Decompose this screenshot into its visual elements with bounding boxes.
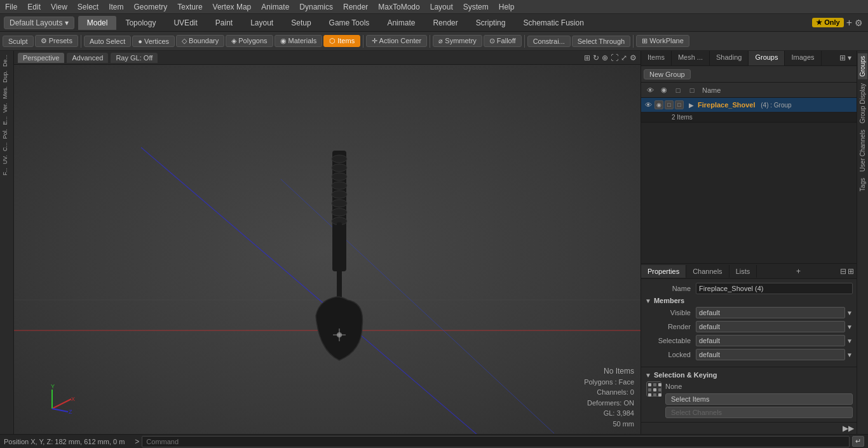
select-channels-button[interactable]: Select Channels (665, 407, 853, 418)
menu-file[interactable]: File (0, 1, 22, 13)
props-expand-icon[interactable]: ⊞ (848, 267, 854, 276)
items-tab-images[interactable]: Images (785, 51, 821, 65)
members-section[interactable]: ▼ Members (645, 297, 853, 304)
props-tab-properties[interactable]: Properties (641, 265, 686, 278)
tab-animate[interactable]: Animate (378, 16, 424, 30)
tab-uvedit[interactable]: UVEdit (165, 16, 206, 30)
render-select[interactable]: default (696, 321, 845, 332)
command-submit-button[interactable]: ↵ (852, 436, 864, 447)
sidebar-item-mes[interactable]: Mes. (1, 85, 13, 100)
new-group-button[interactable]: New Group (644, 69, 691, 79)
props-tab-add[interactable]: + (791, 264, 806, 278)
sidebar-item-c[interactable]: C... (1, 141, 13, 153)
workplane-button[interactable]: ⊞ WorkPlane (636, 35, 689, 47)
sidebar-item-de[interactable]: De... (1, 53, 13, 68)
vp-tab-advanced[interactable]: Advanced (67, 53, 108, 63)
menu-help[interactable]: Help (494, 1, 520, 13)
constraints-button[interactable]: Constrai... (527, 36, 571, 47)
vp-icon-more[interactable]: ⚙ (630, 53, 637, 62)
vp-icon-rotate[interactable]: ↻ (593, 53, 599, 62)
vp-icon-expand[interactable]: ⤢ (621, 53, 627, 62)
tab-setup[interactable]: Setup (282, 16, 320, 30)
menu-render[interactable]: Render (338, 1, 373, 13)
props-tab-channels[interactable]: Channels (686, 265, 729, 278)
panel-collapse-btn[interactable]: ▶▶ (843, 424, 854, 433)
vp-icon-zoom[interactable]: ⊕ (602, 53, 608, 62)
rs-tab-groupdisplay[interactable]: Group Display (858, 81, 867, 126)
items-button[interactable]: ⬡ Items (323, 35, 360, 47)
auto-select-button[interactable]: Auto Select (84, 36, 131, 47)
materials-button[interactable]: ◉ Materials (275, 35, 323, 47)
select-items-button[interactable]: Select Items (665, 393, 853, 405)
select-through-button[interactable]: Select Through (572, 36, 630, 47)
menu-vertexmap[interactable]: Vertex Map (208, 1, 257, 13)
menu-layout[interactable]: Layout (425, 1, 458, 13)
items-tab-add[interactable]: ⊞ ▾ (834, 51, 857, 65)
rs-tab-groups[interactable]: Groups (858, 53, 867, 79)
viewport[interactable]: Perspective Advanced Ray GL: Off ⊞ ↻ ⊕ ⛶… (14, 51, 641, 434)
ctrl-btn-1[interactable]: ◉ (654, 100, 663, 109)
tab-model[interactable]: Model (78, 16, 117, 30)
command-input[interactable] (142, 436, 850, 447)
menu-geometry[interactable]: Geometry (129, 1, 173, 13)
menu-item[interactable]: Item (104, 1, 128, 13)
star-badge[interactable]: ★ Only (812, 18, 844, 27)
boundary-button[interactable]: ◇ Boundary (176, 35, 224, 47)
menu-view[interactable]: View (46, 1, 72, 13)
layout-dropdown[interactable]: Default Layouts ▾ (4, 17, 74, 29)
item-eye-icon[interactable]: 👁 (645, 101, 652, 109)
menu-dynamics[interactable]: Dynamics (294, 1, 338, 13)
props-tab-lists[interactable]: Lists (729, 265, 757, 278)
sidebar-item-e[interactable]: E... (1, 115, 13, 126)
tab-paint[interactable]: Paint (207, 16, 241, 30)
ctrl-btn-2[interactable]: □ (665, 100, 674, 109)
props-collapse-icon[interactable]: ⊟ (840, 267, 846, 276)
vp-icon-grid[interactable]: ⊞ (584, 53, 590, 62)
tab-topology[interactable]: Topology (116, 16, 165, 30)
items-tab-items[interactable]: Items (641, 51, 672, 65)
vp-icon-fit[interactable]: ⛶ (611, 53, 618, 62)
tab-render[interactable]: Render (424, 16, 466, 30)
vp-tab-raygl[interactable]: Ray GL: Off (111, 53, 158, 63)
menu-animate[interactable]: Animate (256, 1, 294, 13)
items-tab-mesh[interactable]: Mesh ... (672, 51, 710, 65)
vp-tab-perspective[interactable]: Perspective (18, 53, 64, 63)
action-center-button[interactable]: ✛ Action Center (366, 35, 427, 47)
expand-arrow[interactable]: ▶ (689, 102, 694, 109)
scene-3d[interactable]: X Y Z No Items Polygons : Face Channels:… (14, 65, 641, 434)
plus-btn[interactable]: + (846, 17, 852, 29)
selectable-select[interactable]: default (696, 335, 845, 346)
item-row-fireplace[interactable]: 👁 ◉ □ □ ▶ Fireplace_Shovel (4) : Group (641, 98, 857, 112)
symmetry-button[interactable]: ⌀ Symmetry (433, 35, 482, 47)
sidebar-item-uv[interactable]: UV. (1, 154, 13, 165)
menu-select[interactable]: Select (72, 1, 104, 13)
vertices-button[interactable]: ● Vertices (132, 36, 175, 47)
tab-gametools[interactable]: Game Tools (320, 16, 379, 30)
item-sub-label: 2 Items (641, 112, 857, 123)
tab-layout[interactable]: Layout (241, 16, 282, 30)
tab-scripting[interactable]: Scripting (467, 16, 515, 30)
sel-keying-section-header[interactable]: ▼ Selection & Keying (645, 371, 853, 379)
polygons-button[interactable]: ◈ Polygons (226, 35, 273, 47)
sidebar-item-dup[interactable]: Dup. (1, 69, 13, 84)
gear-icon[interactable]: ⚙ (855, 18, 863, 28)
sidebar-item-ver[interactable]: Ver. (1, 102, 13, 114)
sidebar-item-f[interactable]: F... (1, 166, 13, 177)
rs-tab-tags[interactable]: Tags (858, 175, 867, 194)
sculpt-button[interactable]: Sculpt (3, 36, 34, 47)
visible-select[interactable]: default (696, 307, 845, 318)
items-tab-groups[interactable]: Groups (749, 51, 785, 65)
presets-button[interactable]: ⚙ Presets (35, 35, 78, 47)
menu-maxtomodo[interactable]: MaxToModo (373, 1, 424, 13)
menu-system[interactable]: System (458, 1, 494, 13)
menu-edit[interactable]: Edit (22, 1, 46, 13)
items-tab-shading[interactable]: Shading (710, 51, 749, 65)
sidebar-item-pol[interactable]: Pol. (1, 128, 13, 140)
name-input[interactable] (696, 283, 853, 294)
tab-schematic[interactable]: Schematic Fusion (514, 16, 592, 30)
menu-texture[interactable]: Texture (172, 1, 207, 13)
locked-select[interactable]: default (696, 349, 845, 360)
ctrl-btn-3[interactable]: □ (675, 100, 684, 109)
rs-tab-userchannels[interactable]: User Channels (858, 127, 867, 174)
falloff-button[interactable]: ⊙ Falloff (484, 35, 522, 47)
